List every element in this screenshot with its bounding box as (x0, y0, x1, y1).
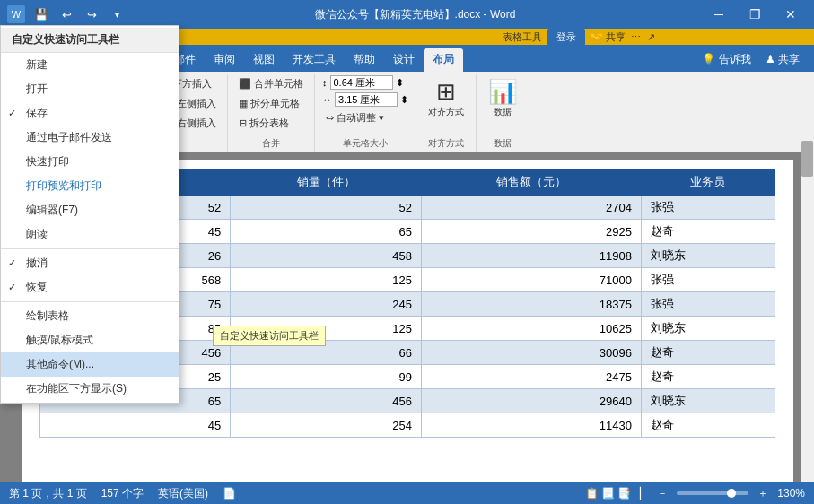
cell-rev: 2475 (422, 365, 642, 389)
window-controls: ─ ❐ ✕ (703, 2, 807, 27)
menu-item-send[interactable]: 通过电子邮件发送 (1, 126, 179, 150)
cell-qty: 245 (231, 292, 422, 317)
menu-item-label: 在功能区下方显示(S) (26, 381, 127, 396)
width-icon: ↔ (322, 94, 332, 105)
quick-access-dropdown: 自定义快速访问工具栏 新建 打开 ✓ 保存 通过电子邮件发送 快速打印 打印预览… (0, 25, 179, 404)
tab-layout[interactable]: 布局 (424, 48, 463, 72)
menu-item-undo[interactable]: ✓ 撤消 (1, 251, 179, 275)
menu-item-label: 绘制表格 (26, 308, 69, 324)
zoom-in-btn[interactable]: ＋ (757, 486, 768, 501)
merge-cells-btn[interactable]: ⬛ 合并单元格 (235, 75, 307, 92)
height-icon: ↕ (322, 77, 328, 88)
options-icon[interactable]: ⋯ (631, 31, 641, 43)
tab-developer[interactable]: 开发工具 (284, 48, 345, 72)
quick-access-toolbar: 💾 ↩ ↪ ▾ (31, 4, 127, 25)
checkmark-icon: ✓ (8, 282, 16, 293)
cell-qty: 458 (231, 244, 422, 268)
menu-item-show-below[interactable]: 在功能区下方显示(S) (1, 377, 179, 401)
undo-btn[interactable]: ↩ (56, 4, 77, 25)
cell-rev: 30096 (422, 341, 642, 365)
cell-rev: 11430 (422, 413, 642, 438)
data-btn[interactable]: 📊 数据 (484, 75, 521, 121)
cell-size-label: 单元格大小 (343, 135, 388, 152)
restore-btn[interactable]: ❐ (739, 2, 771, 27)
view-icons: 📋 📃 📑 (585, 487, 632, 500)
ribbon-group-data: 📊 数据 数据 (477, 74, 529, 152)
ribbon-right-tabs: 💡 告诉我 ♟ 共享 (695, 48, 814, 72)
table-tools-label: 表格工具 (503, 30, 542, 44)
cell-rev: 71000 (422, 268, 642, 292)
menu-item-open[interactable]: 打开 (1, 77, 179, 101)
zoom-out-btn[interactable]: － (657, 486, 668, 501)
page-info: 第 1 页，共 1 页 (9, 486, 87, 501)
cell-person: 刘晓东 (642, 389, 775, 413)
menu-item-label: 快速打印 (26, 154, 69, 169)
language: 英语(美国) (158, 486, 208, 501)
cell-rev: 10625 (422, 317, 642, 341)
menu-item-touch-mode[interactable]: 触摸/鼠标模式 (1, 328, 179, 352)
cell-qty: 99 (231, 365, 422, 389)
menu-item-label: 新建 (26, 57, 48, 73)
redo-btn[interactable]: ↪ (81, 4, 102, 25)
width-spinner[interactable]: ⬍ (400, 94, 408, 106)
align-btn[interactable]: ⊞ 对齐方式 (424, 75, 468, 121)
menu-item-new[interactable]: 新建 (1, 53, 179, 77)
vertical-scrollbar[interactable] (801, 136, 814, 482)
title-bar-left: W 💾 ↩ ↪ ▾ (7, 4, 127, 25)
cell-price: 45 (39, 413, 231, 438)
menu-item-label: 恢复 (26, 280, 48, 295)
close-btn[interactable]: ✕ (775, 2, 807, 27)
menu-item-redo[interactable]: ✓ 恢复 (1, 275, 179, 300)
menu-item-save[interactable]: ✓ 保存 (1, 101, 179, 126)
table-header-revenue: 销售额（元） (422, 169, 642, 196)
checkmark-icon: ✓ (8, 108, 16, 119)
tab-help[interactable]: 帮助 (345, 48, 384, 72)
save-btn[interactable]: 💾 (31, 4, 52, 25)
zoom-slider[interactable] (677, 491, 748, 495)
menu-item-label: 其他命令(M)... (26, 357, 94, 372)
auto-fit-btn[interactable]: ⇔ 自动调整 ▾ (322, 109, 408, 126)
data-icon: 📊 (488, 78, 517, 106)
cell-height-row: ↕ ⬍ (322, 75, 408, 90)
cell-rev: 11908 (422, 244, 642, 268)
doc-icon: 📄 (223, 487, 236, 500)
qat-dropdown-btn[interactable]: ▾ (106, 4, 127, 25)
menu-item-print-preview[interactable]: 打印预览和打印 (1, 174, 179, 198)
tab-view[interactable]: 视图 (244, 48, 284, 72)
cell-qty: 125 (231, 268, 422, 292)
cell-width-input[interactable] (335, 92, 398, 107)
cell-person: 张强 (642, 268, 775, 292)
menu-item-draw-table[interactable]: 绘制表格 (1, 304, 179, 328)
menu-item-label: 保存 (26, 106, 48, 121)
word-icon: W (7, 5, 25, 23)
height-spinner[interactable]: ⬍ (396, 77, 404, 89)
expand-icon[interactable]: ↗ (647, 31, 655, 43)
cell-person: 赵奇 (642, 220, 775, 244)
dropdown-title: 自定义快速访问工具栏 (1, 28, 179, 53)
ribbon-group-align: ⊞ 对齐方式 对齐方式 (416, 74, 477, 152)
split-cells-btn[interactable]: ▦ 拆分单元格 (235, 95, 307, 112)
scrollbar-thumb[interactable] (801, 141, 813, 177)
cell-qty: 456 (231, 389, 422, 413)
menu-item-more-commands[interactable]: 其他命令(M)... (1, 352, 179, 377)
cell-width-row: ↔ ⬍ (322, 92, 408, 107)
tell-me-icon[interactable]: 💡 告诉我 (695, 48, 757, 72)
merge-icon: ⬛ (239, 78, 251, 90)
menu-divider-2 (1, 301, 179, 302)
share-btn[interactable]: ♟ 共享 (758, 48, 807, 72)
minimize-btn[interactable]: ─ (703, 2, 735, 27)
share-icon[interactable]: 🤝 共享 (591, 30, 626, 44)
tab-review[interactable]: 审阅 (205, 48, 244, 72)
menu-item-quick-print[interactable]: 快速打印 (1, 150, 179, 174)
cell-height-input[interactable] (330, 75, 393, 90)
table-header-salesperson: 业务员 (642, 169, 775, 196)
menu-item-label: 编辑器(F7) (26, 203, 78, 218)
menu-item-editor[interactable]: 编辑器(F7) (1, 198, 179, 222)
menu-item-read[interactable]: 朗读 (1, 222, 179, 247)
split-icon: ▦ (239, 98, 248, 109)
tab-design[interactable]: 设计 (384, 48, 424, 72)
split-table-btn[interactable]: ⊟ 拆分表格 (235, 115, 307, 132)
cell-person: 赵奇 (642, 365, 775, 389)
cell-rev: 2704 (422, 196, 642, 220)
login-button[interactable]: 登录 (547, 29, 585, 46)
